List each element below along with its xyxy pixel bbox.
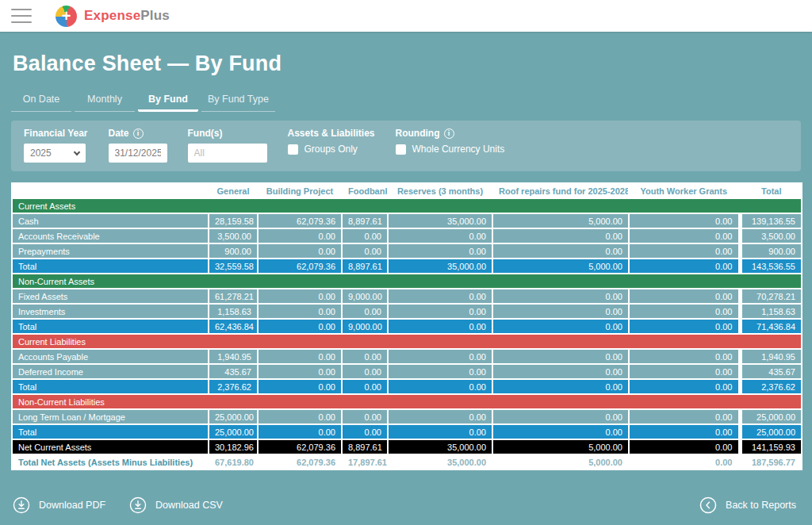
funds-input[interactable] — [188, 144, 267, 163]
row-label: Cash — [12, 213, 209, 228]
value-cell: 0.00 — [388, 424, 492, 439]
expenseplus-logo[interactable]: ExpensePlus — [56, 6, 170, 27]
value-cell: 62,079.36 — [258, 213, 342, 228]
download-pdf-button[interactable]: Download PDF — [13, 496, 105, 514]
section-header: Current Assets — [12, 198, 802, 213]
value-cell: 141,159.93 — [740, 439, 802, 454]
value-cell: 0.00 — [342, 364, 388, 379]
value-cell: 61,278.21 — [209, 289, 258, 304]
row-label: Prepayments — [12, 243, 209, 259]
value-cell: 0.00 — [492, 409, 629, 424]
footer-bar: Download PDF Download CSV Back to Report… — [0, 489, 812, 525]
value-cell: 3,500.00 — [740, 228, 802, 243]
groups-only-label: Groups Only — [304, 144, 358, 155]
tab-monthly[interactable]: Monthly — [75, 94, 135, 112]
tab-by-fund[interactable]: By Fund — [138, 94, 198, 112]
financial-year-filter: Financial Year 2025 — [24, 128, 88, 163]
value-cell: 0.00 — [492, 379, 629, 394]
value-cell: 0.00 — [629, 439, 740, 454]
financial-year-select[interactable]: 2025 — [24, 144, 86, 163]
value-cell: 0.00 — [342, 349, 388, 364]
value-cell: 0.00 — [492, 319, 629, 334]
whole-currency-units-label: Whole Currency Units — [412, 144, 505, 155]
info-icon[interactable] — [444, 128, 454, 139]
financial-year-label: Financial Year — [24, 128, 88, 139]
funds-label: Fund(s) — [188, 128, 267, 139]
assets-liabilities-filter: Assets & Liabilities Groups Only — [288, 128, 375, 155]
row-label: Investments — [12, 304, 209, 319]
info-icon[interactable] — [133, 128, 144, 139]
download-csv-label: Download CSV — [155, 500, 223, 511]
value-cell: 62,079.36 — [258, 439, 342, 454]
value-cell: 0.00 — [629, 213, 740, 228]
row-label: Total — [12, 319, 209, 334]
row-label: Long Term Loan / Mortgage — [12, 409, 209, 424]
value-cell: 62,079.36 — [258, 454, 342, 469]
value-cell: 25,000.00 — [740, 424, 802, 439]
groups-only-checkbox[interactable]: Groups Only — [288, 144, 375, 155]
value-cell: 0.00 — [388, 228, 492, 243]
tab-by-fund-type[interactable]: By Fund Type — [201, 94, 275, 112]
value-cell: 25,000.00 — [209, 409, 258, 424]
tab-on-date[interactable]: On Date — [11, 94, 71, 112]
value-cell: 0.00 — [388, 304, 492, 319]
value-cell: 9,000.00 — [342, 289, 388, 304]
table-row: Non-Current Liabilities — [12, 394, 802, 409]
table-row: Total32,559.5862,079.368,897.6135,000.00… — [12, 259, 802, 274]
table-row: Cash28,159.5862,079.368,897.6135,000.005… — [12, 213, 802, 228]
hamburger-menu-icon[interactable] — [11, 9, 32, 23]
page-title: Balance Sheet — By Fund — [13, 52, 799, 76]
rounding-filter: Rounding Whole Currency Units — [396, 128, 505, 155]
table-row: Total2,376.620.000.000.000.000.002,376.6… — [12, 379, 802, 394]
chevron-down-icon — [74, 148, 80, 155]
value-cell: 30,182.96 — [209, 439, 258, 454]
download-icon — [129, 496, 147, 514]
table-row: Prepayments900.000.000.000.000.000.00900… — [12, 243, 802, 259]
value-cell: 8,897.61 — [342, 213, 388, 228]
back-to-reports-button[interactable]: Back to Reports — [699, 496, 796, 514]
value-cell: 0.00 — [342, 228, 388, 243]
value-cell: 0.00 — [258, 409, 342, 424]
value-cell: 1,158.63 — [209, 304, 258, 319]
column-header: Roof repairs fund for 2025-2028 — [492, 183, 629, 198]
table-row: Current Liabilities — [12, 334, 802, 349]
download-csv-button[interactable]: Download CSV — [129, 496, 223, 514]
table-row: Investments1,158.630.000.000.000.000.001… — [12, 304, 802, 319]
value-cell: 0.00 — [342, 243, 388, 259]
value-cell: 0.00 — [258, 319, 342, 334]
value-cell: 9,000.00 — [342, 319, 388, 334]
checkbox-icon — [396, 144, 406, 155]
value-cell: 0.00 — [629, 454, 740, 469]
value-cell: 0.00 — [388, 319, 492, 334]
row-label: Accounts Receivable — [12, 228, 209, 243]
section-header: Non-Current Assets — [12, 274, 802, 289]
table-row: Current Assets — [12, 198, 802, 213]
funds-filter: Fund(s) — [188, 128, 267, 163]
rounding-label: Rounding — [396, 128, 440, 139]
date-input[interactable] — [109, 144, 167, 163]
whole-currency-units-checkbox[interactable]: Whole Currency Units — [396, 144, 505, 155]
chevron-left-icon — [699, 496, 717, 514]
value-cell: 0.00 — [492, 364, 629, 379]
value-cell: 62,079.36 — [258, 259, 342, 274]
row-label: Total Net Assets (Assets Minus Liabiliti… — [12, 454, 209, 469]
table-row: Total Net Assets (Assets Minus Liabiliti… — [12, 454, 802, 469]
row-label: Total — [12, 259, 209, 274]
value-cell: 2,376.62 — [209, 379, 258, 394]
column-header: Foodbank — [342, 183, 388, 198]
value-cell: 0.00 — [629, 424, 740, 439]
value-cell: 8,897.61 — [342, 259, 388, 274]
value-cell: 0.00 — [629, 349, 740, 364]
value-cell: 3,500.00 — [209, 228, 258, 243]
value-cell: 0.00 — [629, 243, 740, 259]
financial-year-value: 2025 — [30, 148, 52, 159]
back-to-reports-label: Back to Reports — [726, 500, 796, 511]
date-label: Date — [109, 128, 129, 139]
value-cell: 35,000.00 — [388, 259, 492, 274]
column-header: Reserves (3 months) — [388, 183, 492, 198]
value-cell: 0.00 — [388, 379, 492, 394]
date-filter: Date — [109, 128, 167, 163]
table-row: Fixed Assets61,278.210.009,000.000.000.0… — [12, 289, 802, 304]
value-cell: 0.00 — [258, 364, 342, 379]
value-cell: 0.00 — [629, 379, 740, 394]
